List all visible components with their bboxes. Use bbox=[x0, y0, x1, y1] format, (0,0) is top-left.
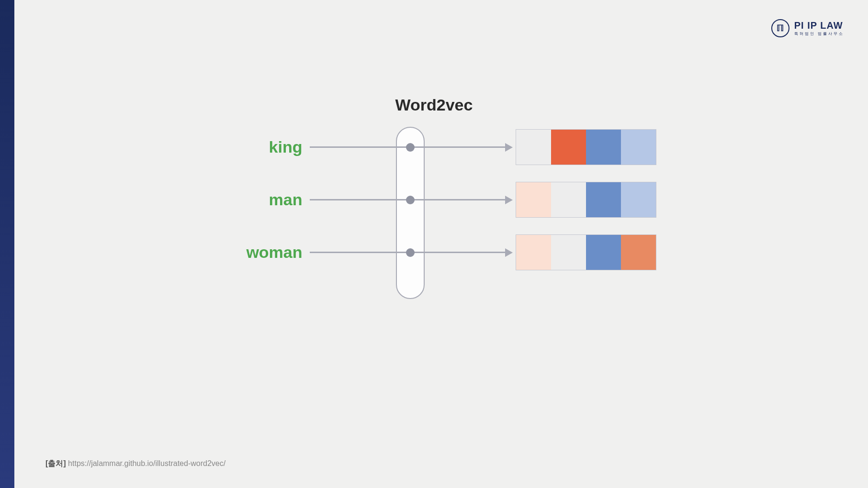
arrow-head-icon bbox=[505, 248, 513, 257]
vector-cell bbox=[551, 235, 586, 270]
vector-cell bbox=[551, 130, 586, 165]
word-label-king: king bbox=[219, 138, 303, 156]
vector-cell bbox=[621, 130, 656, 165]
vector-cell bbox=[516, 235, 551, 270]
arrow-head-icon bbox=[505, 196, 513, 204]
model-node-dot bbox=[406, 196, 415, 204]
source-url: https://jalammar.github.io/illustrated-w… bbox=[68, 459, 225, 467]
vector-cell bbox=[516, 130, 551, 165]
source-line: [출처] https://jalammar.github.io/illustra… bbox=[45, 459, 225, 469]
diagram-row: king bbox=[219, 129, 650, 165]
logo-symbol: ℿ bbox=[777, 23, 784, 33]
diagram-row: man bbox=[219, 182, 650, 218]
diagram-title: Word2vec bbox=[395, 96, 473, 114]
word-label-man: man bbox=[219, 190, 303, 209]
diagram-row: woman bbox=[219, 234, 650, 270]
logo-text-group: PI IP LAW 특허법인 법률사무소 bbox=[794, 20, 844, 36]
logo-icon: ℿ bbox=[771, 19, 789, 37]
logo-main-text: PI IP LAW bbox=[794, 20, 844, 31]
slide-left-border bbox=[0, 0, 14, 488]
vector-cell bbox=[586, 235, 621, 270]
vector-box-man bbox=[516, 182, 656, 218]
vector-box-woman bbox=[516, 234, 656, 270]
logo-block: ℿ PI IP LAW 특허법인 법률사무소 bbox=[771, 19, 844, 37]
vector-cell bbox=[586, 130, 621, 165]
vector-cell bbox=[586, 182, 621, 217]
vector-box-king bbox=[516, 129, 656, 165]
model-node-dot bbox=[406, 248, 415, 257]
vector-cell bbox=[621, 235, 656, 270]
vector-cell bbox=[516, 182, 551, 217]
logo-sub-text: 특허법인 법률사무소 bbox=[794, 31, 844, 36]
diagram-container: king man woman bbox=[219, 129, 650, 287]
arrow-head-icon bbox=[505, 143, 513, 152]
model-node-dot bbox=[406, 143, 415, 152]
word-label-woman: woman bbox=[219, 243, 303, 262]
vector-cell bbox=[551, 182, 586, 217]
vector-cell bbox=[621, 182, 656, 217]
source-label: [출처] bbox=[45, 459, 66, 467]
